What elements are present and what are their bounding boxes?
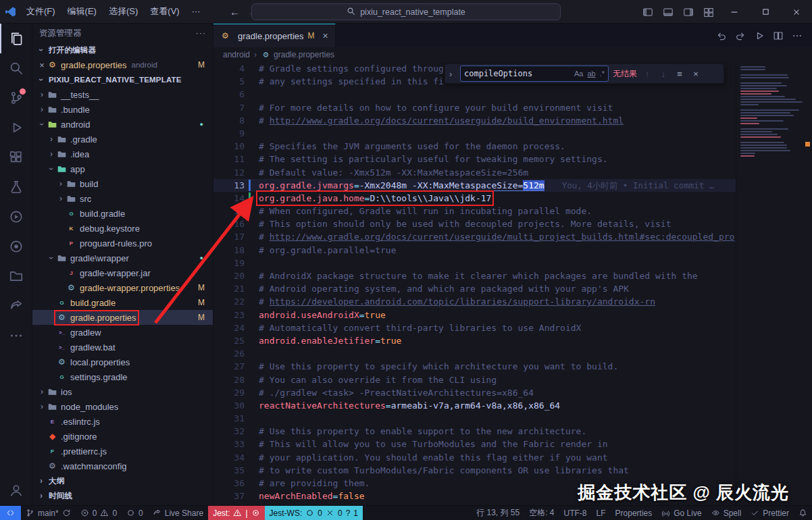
status-problems[interactable]: 00 [76, 506, 122, 520]
tree-item--watchmanconfig[interactable]: ⚙.watchmanconfig [32, 459, 213, 473]
activity-search-icon[interactable] [0, 53, 32, 83]
menu-item-1[interactable]: 编辑(E) [61, 3, 103, 20]
find-input[interactable]: compileOptions Aa ab .* [460, 66, 609, 82]
tree-item--gradle[interactable]: ›.gradle [32, 132, 213, 147]
tree-item-gradlew[interactable]: >_gradlew [32, 325, 213, 340]
tree-item--eslintrc-js[interactable]: E.eslintrc.js [32, 414, 213, 429]
status-remote-indicator[interactable] [0, 506, 21, 520]
code-editor[interactable]: 4# Gradle settings configured throug5# a… [213, 62, 736, 505]
tree-item-proguard-rules-pro[interactable]: Pproguard-rules.pro [32, 236, 213, 251]
nav-back-icon[interactable]: ← [230, 6, 240, 18]
status-language-mode[interactable]: Properties [611, 506, 657, 520]
tree-item-gradle-wrapper[interactable]: ›gradle\wrapper● [32, 251, 213, 265]
status-spell-checker[interactable]: Spell [707, 506, 746, 520]
activity-extensions-icon[interactable] [0, 142, 32, 172]
activity-project-manager-icon[interactable] [0, 261, 32, 291]
status-jest-ws-status[interactable]: Jest-WS:00?1 [265, 506, 363, 520]
find-in-selection-icon[interactable]: ≡ [674, 69, 686, 79]
status-eol[interactable]: LF [592, 506, 611, 520]
activity-more-views-icon[interactable] [0, 321, 32, 350]
activity-run-task-icon[interactable] [0, 202, 32, 232]
sidebar-more-icon[interactable]: ··· [196, 28, 207, 38]
tab-close-icon[interactable]: × [323, 30, 328, 41]
status-port-count[interactable]: 0 [122, 506, 148, 520]
close-editor-icon[interactable]: × [36, 60, 47, 70]
activity-jest-runner-icon[interactable] [0, 232, 32, 261]
activity-run-and-debug-icon[interactable] [0, 113, 32, 142]
tree-item-gradle-properties[interactable]: ⚙gradle.propertiesM [32, 310, 213, 325]
tree-item-build-gradle[interactable]: Gbuild.gradleM [32, 295, 213, 310]
find-close-icon[interactable]: × [690, 69, 702, 79]
tree-item-ios[interactable]: ›ios [32, 384, 213, 399]
status-notifications[interactable] [794, 506, 812, 520]
toggle-panel-icon[interactable] [658, 0, 678, 24]
status-jest-status[interactable]: Jest:| [208, 506, 264, 520]
chevron-right-icon: › [46, 134, 57, 144]
status-prettier[interactable]: Prettier [746, 506, 794, 520]
status-git-branch[interactable]: main* [21, 506, 76, 520]
menu-item-4[interactable]: ··· [186, 3, 207, 20]
tree-item-build-gradle[interactable]: Gbuild.gradle [32, 206, 213, 221]
timeline-header[interactable]: › 时间线 [32, 488, 213, 503]
menu-item-2[interactable]: 选择(S) [103, 3, 144, 20]
status-go-live[interactable]: Go Live [657, 506, 706, 520]
open-editor-item[interactable]: ×⚙gradle.propertiesandroidM [32, 57, 213, 72]
tree-item-node-modules[interactable]: ›node_modules [32, 399, 213, 414]
tree-item-android[interactable]: ›android● [32, 117, 213, 132]
maximize-button[interactable] [750, 0, 781, 24]
status-text: Live Share [165, 509, 203, 518]
activity-testing-icon[interactable] [0, 172, 32, 202]
minimap[interactable] [736, 62, 812, 505]
breadcrumb-item-android[interactable]: android [223, 50, 250, 59]
tree-item-gradle-wrapper-properties[interactable]: ⚙gradle-wrapper.propertiesM [32, 280, 213, 295]
run-file-icon[interactable] [751, 28, 767, 44]
tree-item-local-properties[interactable]: ⚙local.properties [32, 355, 213, 369]
outline-header[interactable]: › 大纲 [32, 473, 213, 488]
split-editor-icon[interactable] [770, 28, 786, 44]
more-actions-icon[interactable] [789, 28, 805, 44]
tree-item--idea[interactable]: ›.idea [32, 147, 213, 161]
chevron-right-icon: › [36, 476, 47, 486]
activity-explorer-icon[interactable] [0, 24, 32, 53]
minimize-button[interactable] [719, 0, 750, 24]
regex-toggle[interactable]: .* [600, 70, 605, 78]
tree-item-gradlew-bat[interactable]: >_gradlew.bat [32, 340, 213, 355]
nav-back-circle-icon[interactable] [713, 28, 730, 44]
tree-item-label: app [70, 164, 85, 174]
toggle-secondary-sidebar-icon[interactable] [678, 0, 699, 24]
open-editors-header[interactable]: › 打开的编辑器 [32, 43, 213, 57]
tree-item-debug-keystore[interactable]: Kdebug.keystore [32, 221, 213, 236]
whole-word-toggle[interactable]: ab [587, 70, 595, 78]
match-case-toggle[interactable]: Aa [574, 70, 583, 78]
command-center-search[interactable]: pixiu_react_native_template [251, 3, 561, 20]
tab-gradle-properties[interactable]: ⚙ gradle.properties M × [213, 24, 336, 47]
tree-item-gradle-wrapper-jar[interactable]: Jgradle-wrapper.jar [32, 265, 213, 280]
status-cursor-position[interactable]: 行 13, 列 55 [472, 506, 524, 520]
tree-item--bundle[interactable]: ›.bundle [32, 102, 213, 117]
tree-item-app[interactable]: ›app [32, 161, 213, 176]
menu-item-0[interactable]: 文件(F) [20, 3, 61, 20]
nav-forward-circle-icon[interactable] [732, 28, 748, 44]
menu-item-3[interactable]: 查看(V) [144, 3, 185, 20]
toggle-replace-icon[interactable]: › [449, 69, 456, 79]
customize-layout-icon[interactable] [699, 0, 719, 24]
status-live-share[interactable]: Live Share [148, 506, 208, 520]
tree-item-src[interactable]: ›src [32, 191, 213, 206]
project-header[interactable]: › PIXIU_REACT_NATIVE_TEMPLATE [32, 72, 213, 87]
minimap-line [740, 150, 790, 151]
tree-item--tests-[interactable]: ›__tests__ [32, 87, 213, 102]
activity-live-share-icon[interactable] [0, 291, 32, 321]
close-button[interactable] [781, 0, 812, 24]
activity-source-control-icon[interactable] [0, 83, 32, 113]
find-prev-icon[interactable]: ↑ [641, 69, 653, 79]
tree-item--prettierrc-js[interactable]: P.prettierrc.js [32, 444, 213, 459]
status-encoding[interactable]: UTF-8 [559, 506, 592, 520]
breadcrumb-item-gradle-properties[interactable]: ⚙gradle.properties [261, 50, 334, 60]
tree-item--gitignore[interactable]: ◆.gitignore [32, 429, 213, 444]
status-indentation[interactable]: 空格: 4 [524, 506, 559, 520]
toggle-primary-sidebar-icon[interactable] [638, 0, 658, 24]
tree-item-settings-gradle[interactable]: Gsettings.gradle [32, 369, 213, 384]
activity-account-icon[interactable] [0, 475, 32, 505]
tree-item-build[interactable]: ›build [32, 176, 213, 191]
find-next-icon[interactable]: ↓ [657, 69, 669, 79]
